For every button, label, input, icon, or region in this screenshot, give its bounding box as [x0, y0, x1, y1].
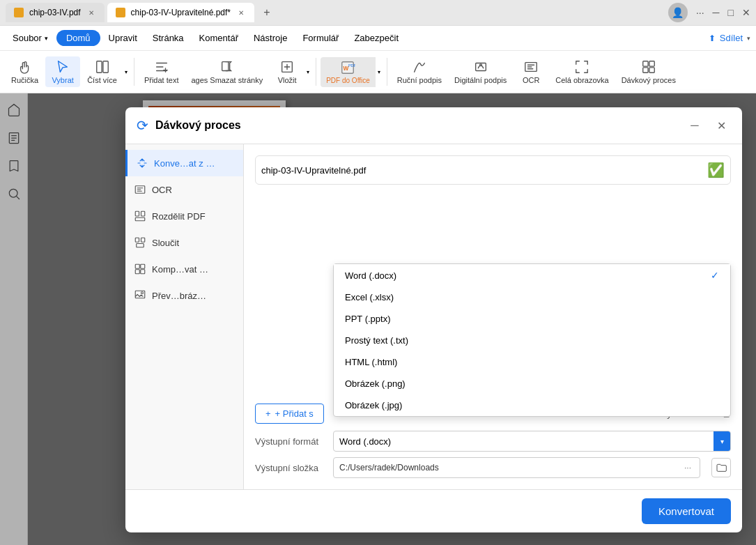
sidebar-item-konvert-label: Konve…at z …	[154, 158, 215, 169]
tool-ocr[interactable]: OCR	[514, 56, 548, 87]
menu-soubor[interactable]: Soubor ▾	[6, 30, 55, 46]
hand-icon	[17, 59, 33, 75]
dropdown-option-jpg[interactable]: Obrázek (.jpg)	[334, 394, 730, 416]
user-avatar[interactable]: 👤	[668, 3, 688, 22]
delete-pages-icon	[219, 59, 235, 75]
tool-vlozit[interactable]: Vložit	[270, 56, 304, 87]
tool-cela-obrazovka[interactable]: Celá obrazovka	[550, 56, 614, 87]
cist-vice-arrow[interactable]: ▾	[123, 56, 130, 87]
dropdown-option-png[interactable]: Obrázek (.png)	[334, 373, 730, 394]
tool-davkovy-proces[interactable]: Dávkový proces	[616, 56, 681, 87]
new-tab-button[interactable]: +	[257, 3, 277, 22]
tool-rucicka[interactable]: Ručička	[6, 56, 44, 87]
minimize-window-button[interactable]: ─	[713, 7, 720, 18]
svg-rect-20	[135, 238, 139, 242]
tool-rucni-podpis[interactable]: Ruční podpis	[392, 56, 447, 87]
more-options-button[interactable]: ···	[696, 7, 704, 18]
pdf-office-arrow[interactable]: ▾	[376, 56, 383, 87]
batch-process-modal: ⟳ Dávkový proces ─ ✕ Konve…at z …	[125, 107, 742, 532]
sidebar-item-komprimovat[interactable]: Komp…vat …	[125, 256, 243, 282]
tool-pdf-office[interactable]: W PDF PDF do Office	[321, 57, 376, 87]
tool-cist-vice[interactable]: Číst více	[82, 56, 123, 87]
tab-2-label: chip-03-IV-Upravitelné.pdf*	[131, 8, 231, 17]
menu-zabezpecit[interactable]: Zabezpečit	[347, 30, 406, 46]
tab-icon-2	[116, 8, 125, 17]
app-body: ■■■■■■■■■■■■■■■ Anti… Typi… je F… složi……	[0, 93, 756, 545]
share-button-area[interactable]: ⬆ Sdílet ▾	[709, 33, 750, 43]
modal-close-button[interactable]: ✕	[711, 116, 731, 135]
signature-icon	[412, 59, 427, 75]
format-dropdown[interactable]: Word (.docx) ▾	[333, 431, 731, 452]
menu-komentar[interactable]: Komentář	[192, 30, 245, 46]
file-item: chip-03-IV-Upravitelné.pdf ✅	[255, 155, 731, 185]
maximize-window-button[interactable]: □	[728, 7, 734, 18]
batch-icon	[641, 59, 656, 75]
tool-digitalni-podpis[interactable]: Digitální podpis	[449, 56, 512, 87]
sidebar-item-rozdelit-label: Rozdělit PDF	[152, 211, 206, 222]
svg-point-8	[479, 64, 481, 66]
tab-1-close[interactable]: ✕	[86, 8, 96, 17]
sidebar-item-sloucit[interactable]: Sloučit	[125, 229, 243, 256]
tool-vybrat[interactable]: Vybrat	[45, 56, 80, 87]
dropdown-option-word[interactable]: Word (.docx) ✓	[334, 264, 730, 286]
svg-rect-27	[135, 291, 145, 298]
menu-stranka[interactable]: Stránka	[146, 30, 191, 46]
tab-2[interactable]: chip-03-IV-Upravitelné.pdf* ✕	[107, 3, 254, 22]
tool-pridat-text[interactable]: Přidat text	[139, 56, 185, 87]
add-files-button[interactable]: + + Přidat s	[255, 404, 324, 424]
sidebar-item-rozdelit[interactable]: Rozdělit PDF	[125, 203, 243, 229]
menu-domu[interactable]: Domů	[56, 30, 100, 46]
menu-upravit[interactable]: Upravit	[102, 30, 144, 46]
tool-cist-vice-group: Číst více ▾	[82, 56, 130, 87]
path-more-icon[interactable]: ···	[684, 463, 691, 473]
sidebar-item-ocr[interactable]: OCR	[125, 176, 243, 203]
browse-folder-button[interactable]	[711, 458, 731, 477]
image-convert-icon	[134, 289, 146, 302]
dropdown-option-excel[interactable]: Excel (.xlsx)	[334, 286, 730, 308]
tab-2-close[interactable]: ✕	[236, 8, 246, 17]
file-status-icon: ✅	[707, 162, 725, 178]
dropdown-option-html[interactable]: HTML (.html)	[334, 351, 730, 373]
text-icon	[154, 59, 169, 75]
tab-1[interactable]: chip-03-IV.pdf ✕	[6, 3, 105, 22]
svg-rect-12	[643, 68, 648, 72]
svg-rect-26	[141, 270, 145, 274]
app-toolbar: Soubor ▾ Domů Upravit Stránka Komentář N…	[0, 26, 756, 93]
svg-point-28	[141, 292, 144, 294]
soubor-arrow: ▾	[45, 35, 48, 42]
menu-nastroje[interactable]: Nástroje	[247, 30, 294, 46]
sidebar-item-ocr-label: OCR	[152, 185, 172, 195]
modal-ocr-icon	[134, 183, 146, 196]
close-window-button[interactable]: ✕	[742, 7, 750, 18]
output-folder-label: Výstupní složka	[255, 463, 325, 473]
fullscreen-icon	[574, 59, 589, 75]
modal-header-icon: ⟳	[137, 117, 148, 134]
add-icon: +	[265, 408, 271, 419]
svg-rect-24	[141, 264, 145, 268]
file-name: chip-03-IV-Upravitelné.pdf	[261, 165, 700, 176]
share-arrow: ▾	[747, 35, 750, 42]
dropdown-option-txt[interactable]: Prostý text (.txt)	[334, 330, 730, 351]
svg-rect-25	[135, 270, 139, 274]
tool-smazat[interactable]: ages Smazat stránky	[185, 56, 268, 87]
menu-formular[interactable]: Formulář	[295, 30, 346, 46]
sidebar-item-prevod[interactable]: Přev…bráz…	[125, 282, 243, 309]
modal-minimize-button[interactable]: ─	[685, 116, 704, 135]
dropdown-option-ppt[interactable]: PPT (.pptx)	[334, 308, 730, 330]
convert-button[interactable]: Konvertovat	[642, 498, 731, 524]
modal-footer: Konvertovat	[125, 489, 742, 532]
vlozit-arrow[interactable]: ▾	[304, 56, 311, 87]
modal-controls: + + Přidat s 1 celkových souborů 🗑 Výstu…	[255, 404, 731, 478]
sidebar-item-konvert[interactable]: Konve…at z …	[125, 150, 243, 176]
tool-pdf-office-group: W PDF PDF do Office ▾	[321, 56, 383, 87]
cursor-icon	[55, 59, 70, 75]
folder-path-text: C:/Users/radek/Downloads	[339, 463, 684, 473]
merge-icon	[134, 236, 146, 249]
dropdown-arrow-icon[interactable]: ▾	[713, 431, 730, 452]
separator-2	[316, 58, 316, 86]
output-folder-path[interactable]: C:/Users/radek/Downloads ···	[333, 457, 700, 478]
output-folder-row: Výstupní složka C:/Users/radek/Downloads…	[255, 457, 731, 478]
svg-rect-21	[141, 238, 145, 242]
separator-3	[387, 58, 387, 86]
convert-icon	[136, 157, 148, 169]
